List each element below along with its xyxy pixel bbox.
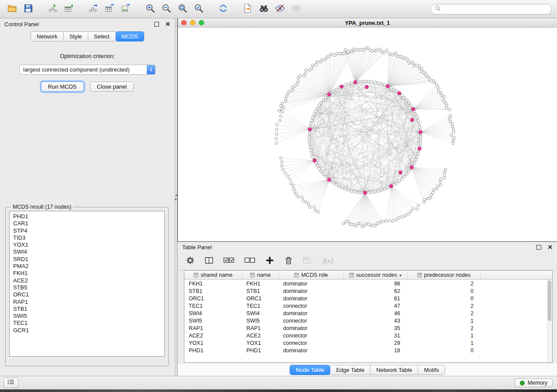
mcds-result-item[interactable]: SWI5: [13, 313, 161, 320]
show-button[interactable]: [289, 2, 303, 16]
mcds-result-item[interactable]: STP4: [13, 227, 161, 234]
table-cell: ORC1: [184, 295, 242, 302]
memory-label: Memory: [528, 380, 547, 386]
table-row[interactable]: FKH1FKH1dominator962: [184, 280, 552, 288]
minimize-window-button[interactable]: [190, 20, 195, 25]
table-row[interactable]: PHD1PHD1dominator180: [184, 347, 552, 354]
memory-button[interactable]: Memory: [515, 378, 553, 387]
tab-motifs[interactable]: Motifs: [418, 365, 445, 375]
network-title: YPA_prune.txt_1: [178, 20, 557, 26]
table-cell: SWI5: [242, 317, 279, 324]
table-panel-title: Table Panel: [182, 244, 212, 251]
network-canvas[interactable]: [178, 28, 557, 241]
export-table-button[interactable]: [103, 2, 117, 16]
criterion-dropdown[interactable]: largest connected component (undirected)…: [19, 65, 156, 75]
float-table-panel-icon[interactable]: [536, 245, 541, 250]
close-panel-button[interactable]: Close panel: [90, 82, 134, 92]
float-panel-icon[interactable]: [154, 22, 159, 27]
search-input[interactable]: [443, 6, 547, 13]
export-image-button[interactable]: [119, 2, 133, 16]
mcds-result-item[interactable]: CAR1: [13, 220, 161, 227]
export-network-button[interactable]: [86, 2, 100, 16]
mcds-result-item[interactable]: STB1: [13, 306, 161, 313]
tab-style[interactable]: Style: [64, 31, 88, 41]
tab-network[interactable]: Network: [31, 31, 64, 41]
table-cell: STB1: [242, 287, 279, 295]
tab-edge-table[interactable]: Edge Table: [330, 365, 370, 375]
import-table-button[interactable]: [62, 2, 76, 16]
table-cell-filler: [481, 339, 552, 347]
hide-button[interactable]: [273, 2, 287, 16]
sort-arrow-icon[interactable]: ▾: [399, 273, 401, 278]
import-network-button[interactable]: [46, 2, 60, 16]
search-network-button[interactable]: [257, 2, 271, 16]
mcds-result-item[interactable]: YOX1: [13, 241, 161, 248]
select-all-button[interactable]: [223, 256, 235, 266]
open-file-button[interactable]: [5, 2, 19, 16]
column-header-name[interactable]: name: [242, 271, 279, 280]
import-group: [46, 2, 76, 16]
close-table-panel-icon[interactable]: ✕: [547, 244, 553, 250]
run-mcds-button[interactable]: Run MCDS: [41, 82, 84, 92]
mcds-result-item[interactable]: FKH1: [13, 270, 161, 277]
tab-select[interactable]: Select: [88, 31, 116, 41]
show-columns-button[interactable]: [204, 256, 214, 266]
delete-column-button[interactable]: [284, 256, 293, 266]
tab-network-table[interactable]: Network Table: [370, 365, 418, 375]
table-row[interactable]: ACE2ACE2connector311: [184, 332, 552, 339]
table-settings-button[interactable]: [186, 256, 195, 266]
search-box[interactable]: [430, 4, 552, 14]
mcds-result-item[interactable]: ORC1: [13, 291, 161, 298]
share-document-button[interactable]: [241, 2, 255, 16]
table-row[interactable]: YOX1YOX1connector291: [184, 339, 552, 347]
table-row[interactable]: TEC1TEC1connector472: [184, 302, 552, 309]
close-window-button[interactable]: [181, 20, 187, 25]
refresh-button[interactable]: [216, 2, 230, 16]
column-header-mcds-role[interactable]: MCDS role: [279, 271, 343, 280]
add-column-button[interactable]: [265, 256, 274, 266]
deselect-all-button[interactable]: [244, 256, 256, 266]
column-header-successor-nodes[interactable]: successor nodes▾: [343, 271, 407, 280]
table-row[interactable]: STB1STB1dominator620: [184, 287, 552, 295]
table-cell-filler: [481, 302, 552, 309]
mcds-buttons: Run MCDS Close panel: [0, 82, 175, 92]
table-cell: 0: [407, 287, 481, 295]
table-row[interactable]: SWI4SWI4dominator462: [184, 309, 552, 317]
binoculars-icon: [259, 3, 269, 15]
mcds-result-item[interactable]: TID3: [13, 234, 161, 241]
table-cell-filler: [481, 295, 552, 302]
tab-mcds[interactable]: MCDS: [116, 31, 144, 41]
mcds-result-item[interactable]: ACE2: [13, 277, 161, 284]
eye-icon: [291, 3, 301, 15]
table-cell: RAP1: [184, 324, 242, 332]
zoom-selected-button[interactable]: [192, 2, 206, 16]
table-row[interactable]: ORC1ORC1dominator610: [184, 295, 552, 302]
mcds-result-item[interactable]: SRD1: [13, 256, 161, 263]
column-header-predecessor-nodes[interactable]: predecessor nodes: [407, 271, 481, 280]
save-session-button[interactable]: [21, 2, 35, 16]
table-scrollbar[interactable]: [547, 280, 552, 362]
zoom-in-button[interactable]: [143, 2, 157, 16]
mcds-result-item[interactable]: GCR1: [13, 327, 161, 334]
mcds-result-item[interactable]: PHD1: [13, 213, 161, 220]
mcds-result-item[interactable]: PMA2: [13, 263, 161, 270]
table-cell: 2: [407, 309, 481, 317]
mcds-result-item[interactable]: RAP1: [13, 299, 161, 306]
mcds-result-item[interactable]: STB5: [13, 284, 161, 291]
mcds-result-item[interactable]: SWI4: [13, 248, 161, 255]
table-panel: Table Panel ✕ f(x): [177, 242, 557, 376]
column-header-shared-name[interactable]: shared name: [184, 271, 242, 280]
table-cell-filler: [481, 280, 552, 288]
share-document-icon: [242, 3, 253, 15]
task-history-button[interactable]: [3, 378, 18, 388]
zoom-fit-button[interactable]: [176, 2, 190, 16]
table-row[interactable]: SWI5SWI5connector431: [184, 317, 552, 324]
scrollbar-thumb[interactable]: [548, 281, 551, 321]
close-panel-icon[interactable]: ✕: [165, 21, 170, 27]
table-row[interactable]: RAP1RAP1dominator352: [184, 324, 552, 332]
zoom-out-button[interactable]: [159, 2, 173, 16]
mcds-result-title: MCDS result (17 nodes): [11, 204, 73, 210]
tab-node-table[interactable]: Node Table: [290, 365, 331, 375]
mcds-result-item[interactable]: TEC1: [13, 320, 161, 327]
zoom-window-button[interactable]: [199, 20, 204, 25]
